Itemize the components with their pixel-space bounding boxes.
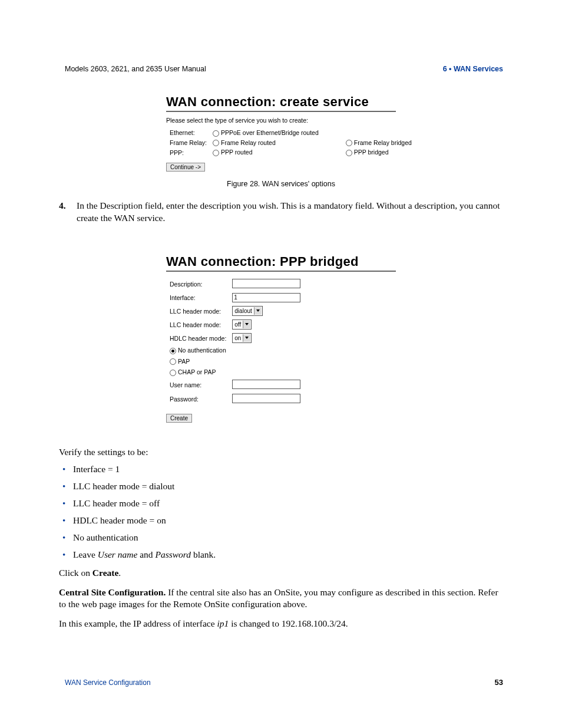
select-llc2-value: off (234, 321, 241, 328)
label-llc1: LLC header mode: (167, 305, 229, 317)
label-ethernet: Ethernet: (167, 129, 209, 137)
footer-left: WAN Service Configuration (65, 678, 151, 687)
header-left: Models 2603, 2621, and 2635 User Manual (65, 65, 206, 73)
opt-pap: PAP (178, 358, 190, 365)
verify-item-last: Leave User name and Password blank. (59, 549, 503, 561)
fig29-title: WAN connection: PPP bridged (166, 254, 396, 269)
step-4: 4. In the Description field, enter the d… (59, 200, 503, 225)
opt-ppp-bridged: PPP bridged (354, 149, 389, 156)
footer-right: 53 (495, 678, 503, 687)
radio-ppp-bridged[interactable] (346, 150, 352, 156)
input-username[interactable] (232, 380, 300, 389)
fig28-title: WAN connection: create service (166, 94, 396, 110)
opt-pppoe: PPPoE over Ethernet/Bridge routed (221, 129, 319, 136)
verify-item: Interface = 1 (59, 463, 503, 476)
select-hdlc-value: on (234, 335, 241, 341)
verify-item: LLC header mode = dialout (59, 480, 503, 493)
label-description: Description: (167, 278, 229, 291)
chevron-down-icon (243, 321, 250, 328)
step-4-text: In the Description field, enter the desc… (77, 200, 503, 225)
radio-noauth[interactable] (170, 348, 176, 354)
chevron-down-icon (243, 334, 250, 342)
figure-29: WAN connection: PPP bridged Description:… (166, 254, 396, 423)
label-hdlc: HDLC header mode: (167, 332, 229, 344)
label-interface: Interface: (167, 292, 229, 304)
radio-chap[interactable] (170, 370, 176, 376)
label-framerelay: Frame Relay: (167, 139, 209, 147)
fig28-caption: Figure 28. WAN services' options (59, 180, 503, 188)
radio-fr-bridged[interactable] (346, 140, 352, 146)
fig29-rule (166, 271, 396, 272)
chevron-down-icon (254, 307, 262, 315)
select-hdlc[interactable]: on (232, 333, 252, 343)
opt-ppp-routed: PPP routed (221, 149, 253, 156)
click-create: Click on Create. (59, 567, 503, 579)
step-4-num: 4. (59, 200, 77, 225)
verify-intro: Verify the settings to be: (59, 446, 503, 459)
opt-chap: CHAP or PAP (178, 368, 216, 375)
verify-item: LLC header mode = off (59, 498, 503, 510)
input-description[interactable] (232, 279, 300, 288)
input-interface[interactable]: 1 (232, 293, 300, 302)
fig28-instruction: Please select the type of service you wi… (166, 117, 396, 124)
label-username: User name: (167, 378, 229, 391)
verify-item: HDLC header mode = on (59, 515, 503, 527)
fig28-rule (166, 111, 396, 112)
create-button[interactable]: Create (166, 414, 192, 423)
figure-28: WAN connection: create service Please se… (166, 94, 396, 172)
verify-item: No authentication (59, 532, 503, 544)
radio-pppoe[interactable] (213, 130, 219, 137)
opt-fr-routed: Frame Relay routed (221, 139, 276, 146)
opt-fr-bridged: Frame Relay bridged (354, 139, 412, 146)
label-llc2: LLC header mode: (167, 318, 229, 331)
radio-pap[interactable] (170, 358, 176, 365)
verify-list: Interface = 1 LLC header mode = dialout … (59, 463, 503, 561)
select-llc2[interactable]: off (232, 319, 252, 330)
label-ppp: PPP: (167, 148, 209, 157)
label-password: Password: (167, 393, 229, 406)
opt-noauth: No authentication (178, 347, 226, 354)
central-config: Central Site Configuration. If the centr… (59, 587, 503, 611)
radio-ppp-routed[interactable] (213, 150, 219, 156)
example-ip: In this example, the IP address of inter… (59, 618, 503, 630)
header-right: 6 • WAN Services (443, 65, 503, 73)
select-llc1[interactable]: dialout (232, 306, 262, 316)
input-password[interactable] (232, 394, 300, 403)
continue-button[interactable]: Continue -> (166, 163, 205, 172)
radio-fr-routed[interactable] (213, 140, 219, 146)
select-llc1-value: dialout (234, 308, 252, 314)
